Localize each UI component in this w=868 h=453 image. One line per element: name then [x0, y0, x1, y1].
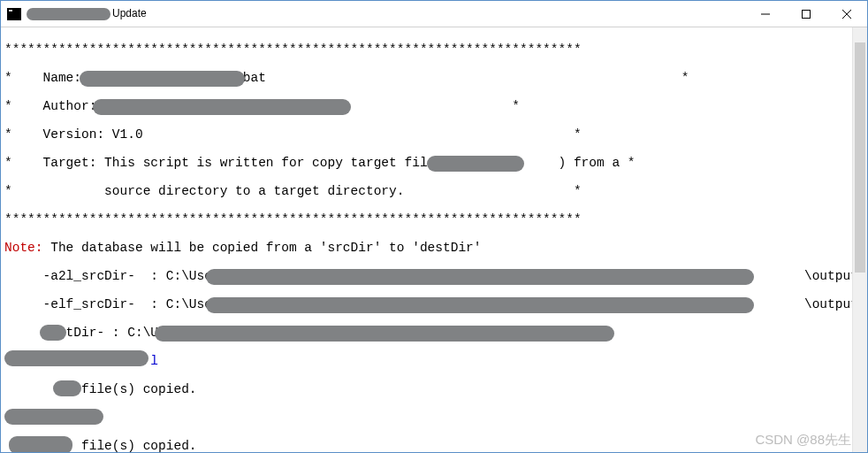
header-author: * Author: *: [4, 99, 864, 113]
close-button[interactable]: [826, 1, 867, 27]
redaction: [427, 156, 524, 172]
header-version: * Version: V1.0 *: [4, 127, 864, 142]
scroll-thumb[interactable]: [855, 42, 865, 273]
redaction: [206, 297, 754, 313]
maximize-button[interactable]: [786, 1, 826, 27]
terminal-output: ****************************************…: [1, 27, 867, 452]
title-text: Update: [112, 7, 147, 19]
redaction: [40, 325, 66, 341]
destdir: destDir- : C:\Users\: [4, 326, 864, 340]
window-title: Update: [27, 7, 745, 20]
redaction: [155, 326, 614, 342]
redaction: [80, 71, 245, 87]
redaction: [53, 380, 81, 396]
header-name: * Name: .bat *: [4, 71, 864, 85]
redaction: [4, 350, 148, 366]
elf-srcdir: -elf_srcDir- : C:\Users\ \output: [4, 297, 864, 311]
header-target-2: * source directory to a target directory…: [4, 184, 864, 198]
note-line: Note: The database will be copied from a…: [4, 241, 864, 255]
header-border-top: ****************************************…: [4, 42, 864, 57]
vertical-scrollbar[interactable]: [852, 27, 867, 452]
window-controls: [745, 1, 867, 27]
copy-block-2: [4, 411, 864, 425]
copied-1: 1 file(s) copied.: [4, 382, 864, 396]
svg-rect-1: [803, 10, 811, 18]
window-titlebar: Update: [1, 1, 867, 27]
redaction: [9, 436, 72, 453]
header-border-bottom: ****************************************…: [4, 212, 864, 226]
cmd-icon: [7, 8, 21, 20]
redaction: [206, 269, 754, 285]
redaction: [4, 409, 103, 425]
watermark: CSDN @88先生: [755, 432, 851, 449]
note-tag: Note:: [4, 241, 43, 255]
header-target-1: * Target: This script is written for cop…: [4, 156, 864, 170]
redaction: [93, 99, 351, 115]
copied-2: file(s) copied.: [4, 439, 864, 453]
redaction: [27, 8, 110, 20]
copy-block-1: l: [4, 354, 864, 368]
a2l-srcdir: -a2l_srcDir- : C:\Users\ \output\a2l: [4, 269, 864, 283]
minimize-button[interactable]: [745, 1, 786, 27]
